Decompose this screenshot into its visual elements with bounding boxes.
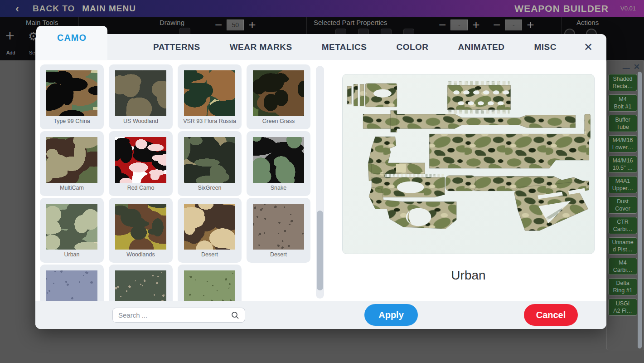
camo-card-woodlands[interactable]: Woodlands: [109, 198, 173, 263]
main-menu-link[interactable]: MAIN MENU: [82, 4, 136, 14]
camo-swatch: [184, 204, 235, 250]
modal-bottom-bar: Apply Cancel: [35, 301, 606, 329]
camo-swatch: [184, 270, 235, 301]
tab-patterns[interactable]: PATTERNS: [153, 42, 200, 52]
camo-card-us-woodland[interactable]: US Woodland: [109, 64, 173, 129]
camo-card-vsr-93-flora-russia[interactable]: VSR 93 Flora Russia: [178, 64, 242, 129]
camo-swatch: [253, 137, 304, 183]
camo-card-desert[interactable]: Desert: [247, 198, 310, 263]
plus-icon[interactable]: +: [527, 20, 534, 30]
camo-card-red-camo[interactable]: Red Camo: [109, 131, 173, 196]
part-buffer-tube: [429, 134, 589, 168]
part-button[interactable]: M4/M16 10.5" …: [608, 156, 637, 173]
main-tools-label: Main Tools: [26, 19, 58, 26]
part-button[interactable]: M4/M16 Lower…: [608, 135, 637, 152]
part-button[interactable]: M4 Carbi…: [608, 258, 637, 275]
camo-card-green-grass[interactable]: Green Grass: [247, 64, 310, 129]
drawing-size-value[interactable]: 50: [227, 20, 244, 30]
plus-icon[interactable]: +: [248, 20, 256, 30]
tab-misc[interactable]: MISC: [534, 42, 557, 52]
camo-card-urban[interactable]: Urban: [40, 198, 104, 263]
camo-picker-modal: CAMO PATTERNSWEAR MARKSMETALICSCOLORANIM…: [35, 34, 606, 329]
actions-label: Actions: [576, 19, 599, 26]
part-button[interactable]: Unname d Pist…: [608, 237, 637, 255]
parts-panel-scrollbar[interactable]: [638, 72, 642, 348]
part-property-value-1[interactable]: -: [450, 20, 468, 30]
drawing-label: Drawing: [160, 19, 184, 26]
part-button[interactable]: Shaded Recta…: [608, 74, 637, 91]
weapon-preview-svg: [343, 74, 594, 254]
camo-label: MultiCam: [40, 185, 104, 191]
tab-metalics[interactable]: METALICS: [322, 42, 367, 52]
camo-label: US Woodland: [109, 118, 173, 124]
plus-icon[interactable]: +: [472, 20, 479, 30]
part-button[interactable]: M4 Bolt #1: [608, 94, 637, 112]
camo-card-unnamed-12[interactable]: [40, 265, 104, 301]
camo-swatch: [253, 70, 304, 116]
camo-card-unnamed-13[interactable]: [109, 265, 173, 301]
camo-swatch: [115, 270, 166, 301]
camo-grid-scrollbar-thumb[interactable]: [317, 211, 323, 290]
camo-card-desert[interactable]: Desert: [178, 198, 242, 263]
modal-close-icon[interactable]: ✕: [575, 41, 602, 54]
part-button[interactable]: Delta Ring #1: [608, 278, 637, 295]
camo-card-sixgreen[interactable]: SixGreen: [178, 131, 242, 196]
part-button[interactable]: Dust Cover: [608, 196, 637, 214]
camo-card-unnamed-14[interactable]: [178, 265, 242, 301]
add-tool-icon[interactable]: +: [5, 27, 15, 44]
app-version: V0.01: [620, 5, 636, 12]
cancel-button[interactable]: Cancel: [524, 304, 578, 326]
apply-button[interactable]: Apply: [364, 304, 418, 326]
camo-swatch: [46, 137, 97, 183]
camo-label: SixGreen: [178, 185, 242, 191]
add-tool-label: Add: [6, 50, 15, 55]
part-button[interactable]: CTR Carbi…: [608, 217, 637, 234]
parts-panel-titlebar: — ✕: [607, 60, 644, 73]
back-to-label[interactable]: BACK TO: [33, 4, 75, 14]
part-muzzle-brake: [347, 83, 397, 107]
part-barrel: [363, 111, 576, 132]
back-chevron-icon[interactable]: ‹: [15, 2, 19, 15]
part-property-value-2[interactable]: -: [505, 20, 522, 30]
selected-camo-name: Urban: [342, 268, 595, 283]
part-button[interactable]: USGI A2 Fl…: [608, 299, 637, 316]
camo-grid-viewport: Type 99 ChinaUS WoodlandVSR 93 Flora Rus…: [40, 64, 315, 301]
minimize-icon[interactable]: —: [623, 66, 629, 71]
camo-swatch: [115, 70, 166, 116]
camo-swatch: [46, 270, 97, 301]
minus-icon[interactable]: −: [493, 20, 500, 30]
camo-card-snake[interactable]: Snake: [247, 131, 310, 196]
settings-tool-label: Se: [29, 50, 35, 55]
camo-swatch: [115, 137, 166, 183]
search-input[interactable]: [118, 311, 231, 319]
top-bar: ‹ BACK TO MAIN MENU WEAPON BUILDER V0.01: [0, 0, 644, 17]
camo-label: Type 99 China: [40, 118, 104, 124]
part-button[interactable]: M4A1 Upper…: [608, 176, 637, 193]
camo-card-type-99-china[interactable]: Type 99 China: [40, 64, 104, 129]
app-title: WEAPON BUILDER: [514, 3, 609, 14]
camo-swatch: [46, 204, 97, 250]
camo-swatch: [253, 204, 304, 250]
search-box: [112, 308, 245, 323]
tab-wear-marks[interactable]: WEAR MARKS: [230, 42, 292, 52]
camo-swatch: [115, 204, 166, 250]
part-handguard: [447, 83, 510, 112]
camo-label: Urban: [40, 251, 104, 258]
part-button[interactable]: Buffer Tube: [608, 115, 637, 132]
camo-grid-scrollbar-track[interactable]: [316, 66, 324, 299]
part-property-stepper-1: − - +: [439, 20, 480, 30]
minus-icon[interactable]: −: [439, 20, 446, 30]
camo-label: VSR 93 Flora Russia: [178, 118, 242, 124]
close-icon[interactable]: ✕: [634, 62, 640, 72]
tab-animated[interactable]: ANIMATED: [458, 42, 505, 52]
minus-icon[interactable]: −: [215, 20, 222, 30]
tab-camo-active[interactable]: CAMO: [36, 26, 107, 60]
part-property-stepper-2: − - +: [493, 20, 534, 30]
camo-swatch: [46, 70, 97, 116]
tab-color[interactable]: COLOR: [396, 42, 428, 52]
part-stock: [514, 181, 589, 231]
camo-card-multicam[interactable]: MultiCam: [40, 131, 104, 196]
search-icon: [231, 311, 239, 319]
camo-label: Red Camo: [109, 185, 173, 191]
camo-grid: Type 99 ChinaUS WoodlandVSR 93 Flora Rus…: [40, 64, 315, 301]
